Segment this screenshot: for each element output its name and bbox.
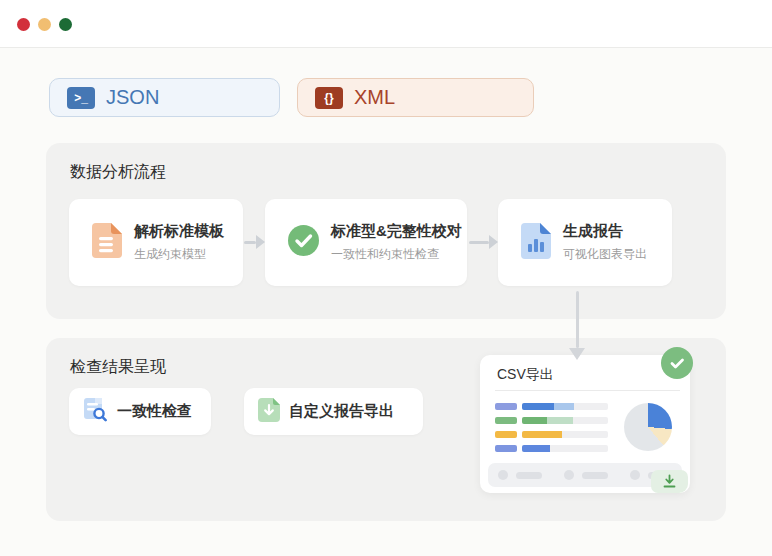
check-badge-icon — [661, 347, 693, 379]
step-card-report[interactable]: 生成报告 可视化图表导出 — [498, 199, 672, 286]
flow-arrow-down-icon — [569, 291, 586, 360]
download-icon — [662, 474, 677, 489]
step-title: 标准型&完整性校对 — [331, 222, 462, 241]
flow-section: 数据分析流程 解析标准模板 生成约束模型 标准型&完整性校对 一致性和 — [46, 143, 726, 319]
step-subtitle: 一致性和约束性检查 — [331, 246, 462, 263]
json-format-button[interactable]: >_ JSON — [49, 78, 280, 117]
braces-icon: {} — [315, 87, 343, 109]
step-subtitle: 可视化图表导出 — [563, 246, 647, 263]
csv-chart-row — [495, 403, 608, 410]
step-card-parse-template[interactable]: 解析标准模板 生成约束模型 — [69, 199, 243, 286]
window-maximize-dot[interactable] — [59, 18, 72, 31]
window-close-dot[interactable] — [17, 18, 30, 31]
document-template-icon — [92, 223, 122, 262]
search-document-icon — [83, 397, 108, 426]
result-section-title: 检查结果呈现 — [70, 357, 166, 378]
placeholder-dot — [498, 470, 508, 480]
divider — [495, 390, 680, 391]
csv-export-card: CSV导出 — [480, 355, 690, 493]
step-card-validation[interactable]: 标准型&完整性校对 一致性和约束性检查 — [265, 199, 467, 286]
placeholder-dash — [516, 472, 542, 479]
csv-chart-row — [495, 445, 608, 452]
csv-chart-row — [495, 417, 608, 424]
step-subtitle: 生成约束模型 — [134, 246, 224, 263]
report-chart-icon — [521, 223, 551, 263]
window-titlebar — [0, 0, 772, 48]
window-minimize-dot[interactable] — [38, 18, 51, 31]
placeholder-dot — [630, 470, 640, 480]
csv-download-button[interactable] — [651, 470, 688, 493]
result-card-consistency-check[interactable]: 一致性检查 — [69, 388, 211, 435]
flow-section-title: 数据分析流程 — [70, 162, 166, 183]
xml-format-button[interactable]: {} XML — [297, 78, 534, 117]
step-title: 解析标准模板 — [134, 222, 224, 241]
flow-arrow-right-icon — [244, 234, 265, 250]
download-document-icon — [258, 398, 280, 426]
xml-button-label: XML — [354, 86, 395, 109]
check-circle-icon — [288, 225, 319, 260]
flow-arrow-right-icon — [469, 234, 498, 250]
placeholder-dash — [582, 472, 608, 479]
result-card-label: 一致性检查 — [117, 402, 192, 421]
terminal-icon: >_ — [67, 87, 95, 109]
result-card-custom-report-export[interactable]: 自定义报告导出 — [244, 388, 423, 435]
placeholder-dot — [564, 470, 574, 480]
csv-mini-pie-chart — [624, 403, 672, 451]
step-title: 生成报告 — [563, 222, 647, 241]
csv-card-title: CSV导出 — [497, 366, 554, 384]
json-button-label: JSON — [106, 86, 159, 109]
csv-chart-row — [495, 431, 608, 438]
csv-mini-bar-chart — [495, 403, 608, 459]
result-card-label: 自定义报告导出 — [289, 402, 394, 421]
